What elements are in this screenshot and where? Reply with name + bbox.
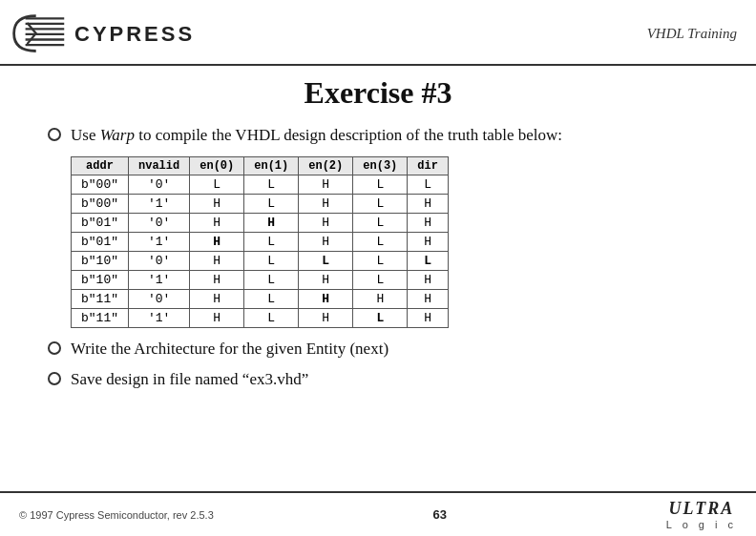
table-cell: H: [299, 175, 353, 194]
table-cell: L: [353, 270, 408, 289]
table-row: b"01"'0'HHHLH: [72, 213, 449, 232]
ultra-logic-logo: ULTRA L o g i c: [666, 499, 737, 530]
table-cell: H: [190, 251, 244, 270]
table-cell: L: [244, 270, 299, 289]
table-cell: H: [408, 232, 449, 251]
table-cell: '0': [129, 289, 190, 308]
table-cell: b"01": [72, 213, 129, 232]
bullet-circle-3: [48, 372, 61, 385]
truth-table: addr nvalid en(0) en(1) en(2) en(3) dir …: [71, 156, 449, 328]
table-cell: L: [244, 251, 299, 270]
table-cell: b"00": [72, 194, 129, 213]
table-cell: '1': [129, 308, 190, 327]
table-cell: L: [408, 251, 449, 270]
table-cell: L: [353, 194, 408, 213]
table-cell: H: [299, 270, 353, 289]
table-cell: H: [190, 232, 244, 251]
logo-area: CYPRESS: [10, 8, 195, 60]
table-cell: L: [353, 175, 408, 194]
table-row: b"00"'0'LLHLL: [72, 175, 449, 194]
table-cell: b"10": [72, 251, 129, 270]
table-cell: H: [408, 289, 449, 308]
table-row: b"00"'1'HLHLH: [72, 194, 449, 213]
table-cell: H: [190, 289, 244, 308]
table-cell: H: [299, 289, 353, 308]
main-content: Exercise #3 Use Warp to compile the VHDL…: [0, 66, 756, 407]
footer: © 1997 Cypress Semiconductor, rev 2.5.3 …: [0, 491, 756, 536]
logic-label: L o g i c: [666, 519, 737, 530]
table-row: b"10"'1'HLHLH: [72, 270, 449, 289]
table-cell: H: [353, 289, 408, 308]
bullet-item-1: Use Warp to compile the VHDL design desc…: [48, 124, 708, 147]
table-cell: b"11": [72, 308, 129, 327]
table-cell: H: [190, 194, 244, 213]
ultra-label: ULTRA: [669, 499, 735, 519]
table-cell: b"00": [72, 175, 129, 194]
truth-table-wrapper: addr nvalid en(0) en(1) en(2) en(3) dir …: [71, 156, 708, 328]
table-cell: b"11": [72, 289, 129, 308]
table-cell: b"01": [72, 232, 129, 251]
table-cell: L: [353, 232, 408, 251]
table-cell: H: [408, 194, 449, 213]
table-cell: H: [408, 270, 449, 289]
bullet-circle-2: [48, 341, 61, 355]
col-en2: en(2): [299, 156, 353, 175]
table-cell: H: [299, 232, 353, 251]
table-cell: b"10": [72, 270, 129, 289]
bullet-text-1: Use Warp to compile the VHDL design desc…: [71, 124, 562, 147]
table-cell: L: [353, 308, 408, 327]
bullet-text-2: Write the Architecture for the given Ent…: [71, 338, 388, 361]
col-nvalid: nvalid: [129, 156, 190, 175]
bullet-text-3: Save design in file named “ex3.vhd”: [71, 368, 308, 391]
table-cell: H: [190, 308, 244, 327]
page-title: Exercise #3: [48, 75, 708, 111]
bullet-item-2: Write the Architecture for the given Ent…: [48, 338, 708, 361]
col-en0: en(0): [190, 156, 244, 175]
page-number: 63: [433, 507, 447, 522]
table-cell: L: [244, 289, 299, 308]
table-cell: H: [190, 270, 244, 289]
table-cell: L: [190, 175, 244, 194]
table-row: b"10"'0'HLLLL: [72, 251, 449, 270]
table-cell: L: [244, 232, 299, 251]
table-cell: '0': [129, 251, 190, 270]
table-cell: L: [353, 251, 408, 270]
table-row: b"01"'1'HLHLH: [72, 232, 449, 251]
table-cell: L: [244, 175, 299, 194]
col-addr: addr: [72, 156, 129, 175]
table-cell: '0': [129, 213, 190, 232]
header: CYPRESS VHDL Training: [0, 0, 756, 66]
table-cell: L: [353, 213, 408, 232]
bullet-item-3: Save design in file named “ex3.vhd”: [48, 368, 708, 391]
table-row: b"11"'1'HLHLH: [72, 308, 449, 327]
table-row: b"11"'0'HLHHH: [72, 289, 449, 308]
vhdl-training-label: VHDL Training: [647, 26, 737, 42]
table-cell: L: [408, 175, 449, 194]
table-cell: H: [408, 213, 449, 232]
table-cell: '0': [129, 175, 190, 194]
table-cell: H: [244, 213, 299, 232]
table-cell: H: [190, 213, 244, 232]
copyright-label: © 1997 Cypress Semiconductor, rev 2.5.3: [19, 509, 214, 521]
table-cell: L: [244, 194, 299, 213]
col-en3: en(3): [353, 156, 408, 175]
table-header-row: addr nvalid en(0) en(1) en(2) en(3) dir: [72, 156, 449, 175]
table-cell: '1': [129, 270, 190, 289]
table-cell: H: [299, 213, 353, 232]
table-cell: L: [299, 251, 353, 270]
cypress-label: CYPRESS: [74, 22, 195, 47]
cypress-logo-icon: [10, 8, 67, 60]
table-cell: '1': [129, 232, 190, 251]
bullet-circle-1: [48, 128, 61, 141]
table-cell: '1': [129, 194, 190, 213]
table-cell: H: [408, 308, 449, 327]
table-cell: H: [299, 194, 353, 213]
col-dir: dir: [408, 156, 449, 175]
col-en1: en(1): [244, 156, 299, 175]
table-cell: L: [244, 308, 299, 327]
table-cell: H: [299, 308, 353, 327]
